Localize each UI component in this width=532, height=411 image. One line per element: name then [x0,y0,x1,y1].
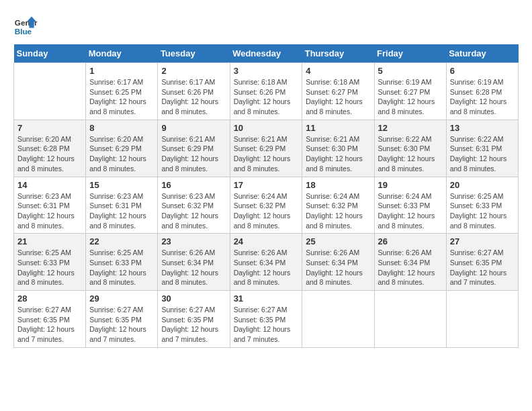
column-header-monday: Monday [86,44,158,63]
calendar-cell: 6Sunrise: 6:19 AM Sunset: 6:28 PM Daylig… [446,63,518,120]
column-header-wednesday: Wednesday [230,44,302,63]
calendar-cell: 20Sunrise: 6:25 AM Sunset: 6:33 PM Dayli… [446,177,518,234]
day-info: Sunrise: 6:21 AM Sunset: 6:30 PM Dayligh… [306,134,370,174]
column-header-friday: Friday [374,44,446,63]
day-info: Sunrise: 6:19 AM Sunset: 6:28 PM Dayligh… [450,77,515,117]
day-number: 31 [234,293,299,304]
calendar-cell: 24Sunrise: 6:26 AM Sunset: 6:34 PM Dayli… [230,234,302,291]
day-number: 26 [378,236,443,246]
calendar-cell: 16Sunrise: 6:23 AM Sunset: 6:32 PM Dayli… [158,177,230,234]
calendar-cell: 22Sunrise: 6:25 AM Sunset: 6:33 PM Dayli… [86,234,158,291]
calendar-cell: 2Sunrise: 6:17 AM Sunset: 6:26 PM Daylig… [158,63,230,120]
calendar-cell: 18Sunrise: 6:24 AM Sunset: 6:32 PM Dayli… [302,177,374,234]
calendar-cell: 10Sunrise: 6:21 AM Sunset: 6:29 PM Dayli… [230,120,302,177]
calendar-week-row: 1Sunrise: 6:17 AM Sunset: 6:25 PM Daylig… [14,63,519,120]
day-info: Sunrise: 6:25 AM Sunset: 6:33 PM Dayligh… [89,248,154,287]
calendar-cell: 5Sunrise: 6:19 AM Sunset: 6:27 PM Daylig… [374,63,446,120]
day-number: 19 [378,180,443,190]
day-info: Sunrise: 6:24 AM Sunset: 6:32 PM Dayligh… [234,191,299,231]
day-info: Sunrise: 6:27 AM Sunset: 6:35 PM Dayligh… [450,248,515,287]
calendar-cell: 30Sunrise: 6:27 AM Sunset: 6:35 PM Dayli… [158,291,230,348]
day-info: Sunrise: 6:26 AM Sunset: 6:34 PM Dayligh… [306,248,370,287]
day-info: Sunrise: 6:18 AM Sunset: 6:26 PM Dayligh… [234,77,299,117]
day-number: 22 [89,236,154,246]
day-number: 6 [450,66,515,76]
calendar-cell: 26Sunrise: 6:26 AM Sunset: 6:34 PM Dayli… [374,234,446,291]
day-info: Sunrise: 6:25 AM Sunset: 6:33 PM Dayligh… [450,191,515,231]
day-number: 2 [161,66,226,76]
day-info: Sunrise: 6:24 AM Sunset: 6:32 PM Dayligh… [306,191,370,231]
day-info: Sunrise: 6:26 AM Sunset: 6:34 PM Dayligh… [161,248,226,287]
logo: General Blue [13,13,38,38]
day-info: Sunrise: 6:24 AM Sunset: 6:33 PM Dayligh… [378,191,443,231]
day-number: 8 [89,123,154,133]
logo-icon: General Blue [13,13,38,38]
calendar-cell: 9Sunrise: 6:21 AM Sunset: 6:29 PM Daylig… [158,120,230,177]
calendar-cell: 19Sunrise: 6:24 AM Sunset: 6:33 PM Dayli… [374,177,446,234]
page-header: General Blue [13,13,519,38]
calendar-cell: 8Sunrise: 6:20 AM Sunset: 6:29 PM Daylig… [86,120,158,177]
day-info: Sunrise: 6:21 AM Sunset: 6:29 PM Dayligh… [161,134,226,174]
column-header-sunday: Sunday [14,44,86,63]
day-info: Sunrise: 6:19 AM Sunset: 6:27 PM Dayligh… [378,77,443,117]
day-number: 10 [234,123,299,133]
calendar-cell: 15Sunrise: 6:23 AM Sunset: 6:31 PM Dayli… [86,177,158,234]
calendar-week-row: 28Sunrise: 6:27 AM Sunset: 6:35 PM Dayli… [14,291,519,348]
column-header-saturday: Saturday [446,44,518,63]
day-number: 4 [306,66,370,76]
column-header-tuesday: Tuesday [158,44,230,63]
calendar-cell: 31Sunrise: 6:27 AM Sunset: 6:35 PM Dayli… [230,291,302,348]
calendar-cell [302,291,374,348]
calendar-table: SundayMondayTuesdayWednesdayThursdayFrid… [13,44,519,348]
day-number: 14 [17,180,82,190]
calendar-cell: 12Sunrise: 6:22 AM Sunset: 6:30 PM Dayli… [374,120,446,177]
calendar-cell: 25Sunrise: 6:26 AM Sunset: 6:34 PM Dayli… [302,234,374,291]
column-header-thursday: Thursday [302,44,374,63]
day-info: Sunrise: 6:26 AM Sunset: 6:34 PM Dayligh… [378,248,443,287]
calendar-cell: 11Sunrise: 6:21 AM Sunset: 6:30 PM Dayli… [302,120,374,177]
calendar-header-row: SundayMondayTuesdayWednesdayThursdayFrid… [14,44,519,63]
calendar-cell: 4Sunrise: 6:18 AM Sunset: 6:27 PM Daylig… [302,63,374,120]
day-info: Sunrise: 6:27 AM Sunset: 6:35 PM Dayligh… [17,305,82,345]
calendar-cell: 23Sunrise: 6:26 AM Sunset: 6:34 PM Dayli… [158,234,230,291]
day-number: 3 [234,66,299,76]
day-number: 23 [161,236,226,246]
day-number: 20 [450,180,515,190]
day-info: Sunrise: 6:23 AM Sunset: 6:32 PM Dayligh… [161,191,226,231]
calendar-cell [446,291,518,348]
day-info: Sunrise: 6:27 AM Sunset: 6:35 PM Dayligh… [89,305,154,345]
day-info: Sunrise: 6:17 AM Sunset: 6:25 PM Dayligh… [89,77,154,117]
calendar-cell: 13Sunrise: 6:22 AM Sunset: 6:31 PM Dayli… [446,120,518,177]
day-number: 28 [17,293,82,304]
calendar-cell: 3Sunrise: 6:18 AM Sunset: 6:26 PM Daylig… [230,63,302,120]
calendar-cell [374,291,446,348]
day-number: 7 [17,123,82,133]
calendar-week-row: 7Sunrise: 6:20 AM Sunset: 6:28 PM Daylig… [14,120,519,177]
day-number: 11 [306,123,370,133]
calendar-cell: 14Sunrise: 6:23 AM Sunset: 6:31 PM Dayli… [14,177,86,234]
calendar-cell: 29Sunrise: 6:27 AM Sunset: 6:35 PM Dayli… [86,291,158,348]
calendar-cell: 7Sunrise: 6:20 AM Sunset: 6:28 PM Daylig… [14,120,86,177]
day-info: Sunrise: 6:23 AM Sunset: 6:31 PM Dayligh… [89,191,154,231]
day-number: 18 [306,180,370,190]
day-info: Sunrise: 6:25 AM Sunset: 6:33 PM Dayligh… [17,248,82,287]
calendar-cell [14,63,86,120]
day-info: Sunrise: 6:22 AM Sunset: 6:30 PM Dayligh… [378,134,443,174]
calendar-cell: 21Sunrise: 6:25 AM Sunset: 6:33 PM Dayli… [14,234,86,291]
day-info: Sunrise: 6:27 AM Sunset: 6:35 PM Dayligh… [234,305,299,345]
calendar-cell: 27Sunrise: 6:27 AM Sunset: 6:35 PM Dayli… [446,234,518,291]
day-number: 13 [450,123,515,133]
day-info: Sunrise: 6:27 AM Sunset: 6:35 PM Dayligh… [161,305,226,345]
day-number: 27 [450,236,515,246]
day-number: 12 [378,123,443,133]
calendar-week-row: 21Sunrise: 6:25 AM Sunset: 6:33 PM Dayli… [14,234,519,291]
day-info: Sunrise: 6:20 AM Sunset: 6:29 PM Dayligh… [89,134,154,174]
day-number: 15 [89,180,154,190]
day-number: 24 [234,236,299,246]
calendar-week-row: 14Sunrise: 6:23 AM Sunset: 6:31 PM Dayli… [14,177,519,234]
calendar-cell: 1Sunrise: 6:17 AM Sunset: 6:25 PM Daylig… [86,63,158,120]
day-info: Sunrise: 6:20 AM Sunset: 6:28 PM Dayligh… [17,134,82,174]
day-number: 17 [234,180,299,190]
day-info: Sunrise: 6:22 AM Sunset: 6:31 PM Dayligh… [450,134,515,174]
day-number: 21 [17,236,82,246]
